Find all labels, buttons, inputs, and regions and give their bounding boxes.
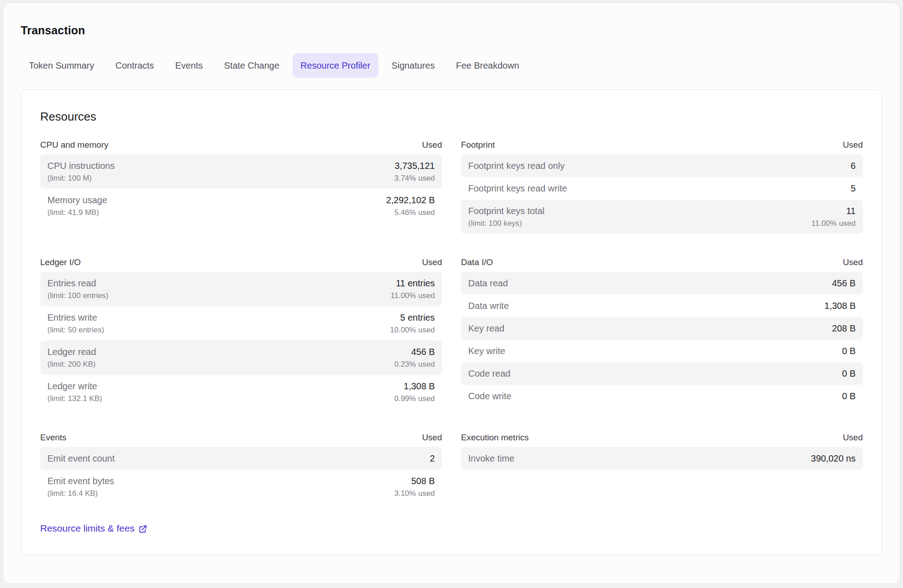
resources-card: Resources CPU and memoryUsedCPU instruct…	[21, 89, 882, 555]
resource-value: 2,292,102 B	[386, 194, 435, 206]
section-name: Execution metrics	[461, 433, 529, 443]
resource-row-data-write: Data write1,308 B	[461, 294, 863, 317]
resource-label: Ledger read	[47, 346, 96, 358]
resource-rows: Invoke time390,020 ns	[461, 447, 863, 470]
section-name: Events	[40, 433, 66, 443]
resource-label: Code write	[468, 390, 512, 402]
resource-row-cpu-instructions: CPU instructions(limit: 100 M)3,735,1213…	[40, 154, 442, 189]
resource-value: 1,308 B	[824, 300, 856, 312]
resource-value: 456 B	[832, 277, 856, 289]
resource-value: 508 B	[411, 475, 435, 487]
resource-percent-used: 5.46% used	[394, 207, 435, 218]
resource-rows: Footprint keys read only6Footprint keys …	[461, 154, 863, 234]
resource-percent-used: 10.00% used	[390, 325, 435, 335]
resource-row-emit-event-count: Emit event count2	[40, 447, 442, 470]
resource-limit-label: (limit: 132.1 KB)	[47, 393, 102, 404]
resource-value: 5 entries	[400, 312, 435, 323]
resource-label: Entries write	[47, 312, 104, 323]
resource-percent-used: 3.10% used	[394, 488, 435, 499]
resource-label: Key write	[468, 345, 505, 357]
resource-row-emit-event-bytes: Emit event bytes(limit: 16.4 KB)508 B3.1…	[40, 470, 442, 504]
section-header: EventsUsed	[40, 433, 442, 447]
used-column-header: Used	[422, 433, 442, 443]
tab-resource-profiler[interactable]: Resource Profiler	[293, 53, 379, 78]
section-cpu-and-memory: CPU and memoryUsedCPU instructions(limit…	[40, 140, 442, 223]
resource-row-ledger-read: Ledger read(limit: 200 KB)456 B0.23% use…	[40, 341, 442, 375]
resource-value: 6	[851, 160, 856, 172]
resource-value: 11	[846, 205, 856, 217]
resource-row-entries-read: Entries read(limit: 100 entries)11 entri…	[40, 272, 442, 306]
section-header: FootprintUsed	[461, 140, 863, 154]
tab-bar: Token SummaryContractsEventsState Change…	[21, 53, 882, 78]
resource-limit-label: (limit: 200 KB)	[47, 359, 96, 369]
resource-row-code-read: Code read0 B	[461, 362, 863, 385]
resource-value: 3,735,121	[395, 160, 435, 172]
resource-value: 208 B	[832, 322, 856, 334]
resource-percent-used: 0.23% used	[394, 359, 435, 369]
resource-percent-used: 11.00% used	[391, 290, 435, 301]
resource-row-key-write: Key write0 B	[461, 340, 863, 362]
resource-label: Key read	[468, 322, 504, 334]
resource-limits-link-label: Resource limits & fees	[40, 523, 135, 534]
tab-signatures[interactable]: Signatures	[383, 53, 443, 78]
resource-value: 0 B	[842, 390, 856, 402]
section-footprint: FootprintUsedFootprint keys read only6Fo…	[461, 140, 863, 234]
used-column-header: Used	[843, 140, 863, 150]
resource-label: Footprint keys total	[468, 205, 545, 217]
section-header: CPU and memoryUsed	[40, 140, 442, 154]
resource-value: 0 B	[842, 368, 856, 379]
section-name: Data I/O	[461, 257, 493, 267]
resource-row-key-read: Key read208 B	[461, 317, 863, 340]
resource-label: Data write	[468, 300, 509, 312]
resource-value: 390,020 ns	[811, 453, 856, 464]
resource-label: Ledger write	[47, 380, 102, 392]
section-events: EventsUsedEmit event count2Emit event by…	[40, 433, 442, 504]
resource-value: 11 entries	[396, 277, 435, 289]
section-execution-metrics: Execution metricsUsedInvoke time390,020 …	[461, 433, 863, 470]
resource-limits-link[interactable]: Resource limits & fees	[40, 523, 148, 534]
resource-label: Entries read	[47, 277, 108, 289]
resource-row-footprint-keys-read-write: Footprint keys read write5	[461, 177, 863, 200]
tab-contracts[interactable]: Contracts	[107, 53, 163, 78]
resource-row-ledger-write: Ledger write(limit: 132.1 KB)1,308 B0.99…	[40, 375, 442, 409]
section-name: Ledger I/O	[40, 257, 81, 267]
resource-label: Emit event bytes	[47, 475, 114, 487]
resource-label: Emit event count	[47, 453, 115, 464]
section-name: CPU and memory	[40, 140, 108, 150]
resource-label: Footprint keys read write	[468, 182, 567, 194]
resource-rows: Emit event count2Emit event bytes(limit:…	[40, 447, 442, 504]
resource-rows: CPU instructions(limit: 100 M)3,735,1213…	[40, 154, 442, 223]
resource-row-code-write: Code write0 B	[461, 385, 863, 407]
resource-value: 5	[851, 182, 856, 194]
tab-events[interactable]: Events	[167, 53, 211, 78]
card-title: Resources	[40, 110, 863, 124]
resource-sections-grid: CPU and memoryUsedCPU instructions(limit…	[40, 140, 863, 504]
resource-limit-label: (limit: 100 keys)	[468, 218, 545, 229]
resource-label: Footprint keys read only	[468, 160, 564, 172]
section-header: Ledger I/OUsed	[40, 257, 442, 272]
resource-label: Invoke time	[468, 453, 514, 464]
resource-limit-label: (limit: 50 entries)	[47, 325, 104, 335]
tab-fee-breakdown[interactable]: Fee Breakdown	[448, 53, 527, 78]
resource-limit-label: (limit: 100 entries)	[47, 290, 108, 301]
transaction-panel: Transaction Token SummaryContractsEvents…	[3, 3, 900, 584]
resource-label: Data read	[468, 277, 508, 289]
resource-row-footprint-keys-read-only: Footprint keys read only6	[461, 154, 863, 177]
resource-value: 2	[430, 453, 435, 464]
used-column-header: Used	[843, 433, 863, 443]
section-name: Footprint	[461, 140, 495, 150]
resource-rows: Data read456 BData write1,308 BKey read2…	[461, 272, 863, 407]
resource-limit-label: (limit: 41.9 MB)	[47, 207, 107, 218]
resource-percent-used: 3.74% used	[394, 173, 435, 183]
used-column-header: Used	[843, 257, 863, 267]
section-header: Execution metricsUsed	[461, 433, 863, 447]
resource-label: Memory usage	[47, 194, 107, 206]
resource-value: 456 B	[411, 346, 435, 358]
resource-label: CPU instructions	[47, 160, 115, 172]
tab-token-summary[interactable]: Token Summary	[21, 53, 102, 78]
resource-label: Code read	[468, 368, 510, 379]
resource-percent-used: 11.00% used	[811, 218, 856, 229]
tab-state-change[interactable]: State Change	[216, 53, 287, 78]
resource-row-invoke-time: Invoke time390,020 ns	[461, 447, 863, 470]
resource-rows: Entries read(limit: 100 entries)11 entri…	[40, 272, 442, 409]
